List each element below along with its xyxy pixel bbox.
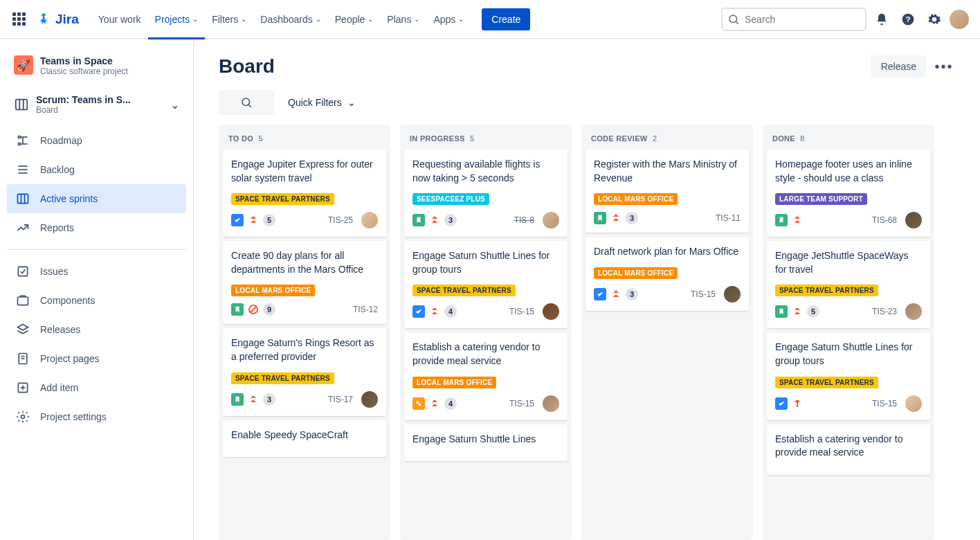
- epic-tag[interactable]: LOCAL MARS OFFICE: [594, 267, 678, 279]
- issue-key[interactable]: TIS-25: [328, 215, 353, 225]
- sidebar-icon: [15, 220, 30, 235]
- sidebar-item-project-settings[interactable]: Project settings: [7, 402, 186, 431]
- jira-icon: [36, 12, 51, 27]
- nav-apps[interactable]: Apps ⌄: [426, 10, 471, 29]
- nav-plans[interactable]: Plans ⌄: [380, 10, 426, 29]
- epic-tag[interactable]: SPACE TRAVEL PARTNERS: [412, 285, 516, 296]
- board-selector[interactable]: Scrum: Teams in S... Board ⌄: [7, 89, 186, 123]
- page-title: Board: [219, 55, 275, 78]
- sidebar-item-releases[interactable]: Releases: [7, 315, 186, 344]
- assignee-avatar[interactable]: [905, 212, 922, 228]
- release-button[interactable]: Release: [871, 55, 926, 78]
- more-actions-icon[interactable]: •••: [933, 55, 955, 78]
- nav-your-work[interactable]: Your work: [91, 10, 148, 29]
- sidebar-item-issues[interactable]: Issues: [7, 257, 186, 286]
- issue-card[interactable]: Engage JetShuttle SpaceWays for travelSP…: [767, 241, 930, 328]
- sidebar-item-active-sprints[interactable]: Active sprints: [7, 184, 186, 213]
- svg-line-30: [251, 307, 256, 312]
- issue-card[interactable]: Engage Saturn Shuttle Lines for group to…: [767, 332, 930, 420]
- nav-people[interactable]: People ⌄: [328, 10, 381, 29]
- epic-tag[interactable]: SPACE TRAVEL PARTNERS: [775, 377, 878, 388]
- app-switcher-icon[interactable]: [11, 11, 28, 28]
- svg-point-8: [18, 143, 20, 145]
- issue-card[interactable]: Establish a catering vendor to provide m…: [767, 424, 930, 475]
- issue-card[interactable]: Establish a catering vendor to provide m…: [404, 332, 568, 420]
- assignee-avatar[interactable]: [361, 391, 378, 408]
- chevron-down-icon: ⌄: [170, 98, 179, 111]
- issue-card[interactable]: Enable Speedy SpaceCraft: [223, 420, 386, 458]
- help-icon[interactable]: ?: [897, 8, 919, 30]
- sidebar: 🚀 Teams in Space Classic software projec…: [0, 39, 194, 540]
- issue-type-icon: [412, 214, 425, 226]
- issue-key[interactable]: TIS-68: [872, 215, 897, 225]
- card-title: Establish a catering vendor to provide m…: [412, 341, 559, 368]
- issue-key[interactable]: TIS-15: [872, 399, 897, 408]
- card-title: Engage Saturn's Rings Resort as a prefer…: [231, 336, 378, 363]
- quick-filters-dropdown[interactable]: Quick Filters ⌄: [288, 97, 356, 108]
- epic-tag[interactable]: SPACE TRAVEL PARTNERS: [775, 285, 878, 296]
- issue-card[interactable]: Engage Saturn's Rings Resort as a prefer…: [223, 328, 386, 415]
- sidebar-item-project-pages[interactable]: Project pages: [7, 344, 186, 373]
- issue-key[interactable]: TIS-15: [691, 289, 716, 299]
- issue-key[interactable]: TIS-12: [353, 305, 378, 314]
- issue-key[interactable]: TIS-15: [509, 307, 534, 316]
- assignee-avatar[interactable]: [543, 212, 559, 228]
- global-search[interactable]: [721, 8, 866, 31]
- assignee-avatar[interactable]: [724, 286, 741, 303]
- sidebar-item-components[interactable]: Components: [7, 286, 186, 315]
- sidebar-item-label: Components: [40, 295, 95, 306]
- jira-logo[interactable]: Jira: [36, 12, 79, 27]
- issue-card[interactable]: Register with the Mars Ministry of Reven…: [586, 150, 749, 233]
- assignee-avatar[interactable]: [905, 395, 922, 412]
- assignee-avatar[interactable]: [361, 212, 378, 228]
- card-title: Requesting available flights is now taki…: [412, 158, 559, 185]
- epic-tag[interactable]: SEESPACEEZ PLUS: [412, 193, 489, 205]
- issue-card[interactable]: Engage Saturn Shuttle Lines for group to…: [404, 241, 568, 328]
- sidebar-item-backlog[interactable]: Backlog: [7, 155, 186, 184]
- assignee-avatar[interactable]: [543, 395, 559, 412]
- epic-tag[interactable]: LOCAL MARS OFFICE: [412, 377, 496, 388]
- svg-line-28: [248, 105, 251, 107]
- epic-tag[interactable]: LOCAL MARS OFFICE: [594, 193, 678, 205]
- sidebar-item-label: Reports: [40, 222, 74, 233]
- create-button[interactable]: Create: [482, 8, 530, 30]
- issue-card[interactable]: Engage Saturn Shuttle Lines: [404, 424, 568, 462]
- issue-card[interactable]: Homepage footer uses an inline style - s…: [767, 150, 930, 237]
- svg-text:?: ?: [905, 15, 910, 24]
- issue-key[interactable]: TIS-11: [716, 213, 741, 223]
- search-input[interactable]: [721, 8, 866, 31]
- epic-tag[interactable]: LARGE TEAM SUPPORT: [775, 193, 867, 205]
- issue-card[interactable]: Engage Jupiter Express for outer solar s…: [223, 150, 386, 237]
- sidebar-item-reports[interactable]: Reports: [7, 213, 186, 242]
- assignee-avatar[interactable]: [543, 303, 559, 320]
- assignee-avatar[interactable]: [905, 303, 922, 320]
- svg-point-26: [21, 415, 25, 419]
- priority-icon: [248, 394, 259, 405]
- epic-tag[interactable]: SPACE TRAVEL PARTNERS: [231, 372, 334, 384]
- sidebar-icon: [15, 351, 30, 366]
- epic-tag[interactable]: SPACE TRAVEL PARTNERS: [231, 193, 334, 205]
- svg-line-1: [736, 21, 738, 24]
- sidebar-item-roadmap[interactable]: Roadmap: [7, 126, 186, 155]
- board-sub: Board: [36, 105, 131, 115]
- issue-key[interactable]: TIS-23: [872, 307, 897, 316]
- settings-icon[interactable]: [923, 8, 945, 30]
- sidebar-item-add-item[interactable]: Add item: [7, 373, 186, 402]
- issue-card[interactable]: Requesting available flights is now taki…: [404, 150, 568, 237]
- nav-dashboards[interactable]: Dashboards ⌄: [253, 10, 328, 29]
- profile-avatar[interactable]: [950, 10, 969, 29]
- board-search[interactable]: [219, 90, 274, 115]
- nav-projects[interactable]: Projects ⌄: [148, 10, 206, 29]
- priority-icon: [792, 306, 803, 317]
- issue-key[interactable]: TIS-17: [328, 395, 353, 404]
- issue-key[interactable]: TIS-8: [514, 215, 534, 225]
- chevron-down-icon: ⌄: [347, 97, 356, 108]
- issue-card[interactable]: Create 90 day plans for all departments …: [223, 241, 386, 324]
- project-header[interactable]: 🚀 Teams in Space Classic software projec…: [7, 53, 186, 89]
- story-points: 5: [263, 214, 275, 226]
- issue-key[interactable]: TIS-15: [509, 399, 534, 408]
- issue-card[interactable]: Draft network plan for Mars OfficeLOCAL …: [586, 237, 749, 311]
- notifications-icon[interactable]: [871, 8, 893, 30]
- epic-tag[interactable]: LOCAL MARS OFFICE: [231, 285, 315, 296]
- nav-filters[interactable]: Filters ⌄: [205, 10, 253, 29]
